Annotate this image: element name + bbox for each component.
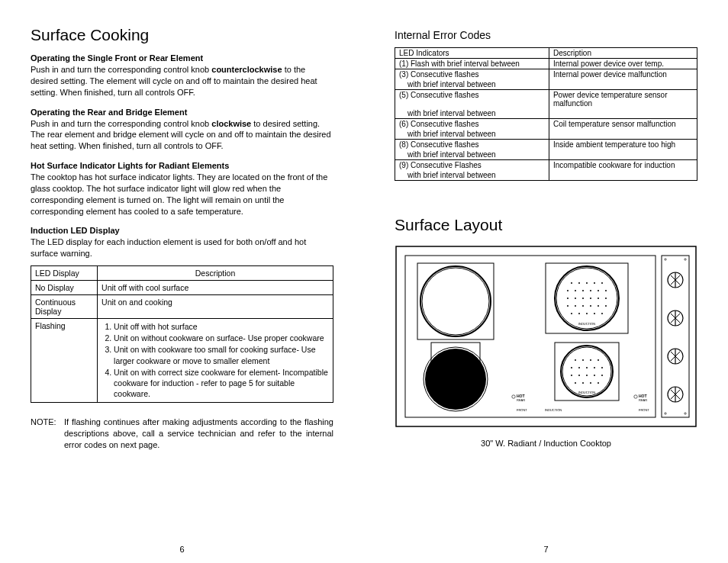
- svg-text:REAR: REAR: [517, 398, 525, 402]
- svg-point-11: [556, 268, 617, 329]
- para-bridge-element: Push in and turn the corresponding contr…: [31, 118, 333, 153]
- svg-point-49: [578, 367, 580, 368]
- svg-point-31: [582, 305, 584, 307]
- svg-point-7: [425, 349, 486, 410]
- svg-point-18: [575, 290, 576, 291]
- svg-point-22: [605, 290, 607, 291]
- subhead-bridge-element: Operating the Rear and Bridge Element: [31, 108, 333, 117]
- page-title: Surface Cooking: [31, 26, 333, 44]
- svg-point-55: [586, 375, 588, 376]
- svg-text:FRONT: FRONT: [517, 408, 527, 412]
- svg-point-27: [598, 298, 599, 299]
- svg-point-46: [590, 359, 591, 361]
- left-page: Surface Cooking Operating the Single Fro…: [0, 0, 364, 563]
- para-hot-surface: The cooktop has hot surface indicator li…: [31, 172, 333, 217]
- page-number-left: 6: [0, 545, 364, 554]
- svg-point-24: [575, 298, 576, 299]
- svg-point-32: [590, 305, 591, 307]
- svg-point-82: [665, 413, 666, 414]
- svg-point-66: [512, 395, 515, 398]
- svg-point-28: [605, 298, 607, 299]
- svg-point-42: [561, 346, 613, 397]
- para-single-element: Push in and turn the corresponding contr…: [31, 64, 333, 98]
- svg-point-70: [634, 395, 637, 398]
- error-codes-title: Internal Error Codes: [395, 29, 697, 41]
- diagram-caption: 30" W. Radiant / Induction Cooktop: [395, 439, 697, 448]
- note-text: If flashing continues after making adjus…: [64, 417, 333, 451]
- svg-point-12: [571, 282, 572, 284]
- svg-point-57: [601, 375, 603, 376]
- svg-text:INDUCTION: INDUCTION: [545, 408, 562, 412]
- svg-text:INDUCTION: INDUCTION: [578, 322, 595, 326]
- svg-point-20: [590, 290, 591, 291]
- svg-point-44: [575, 359, 576, 361]
- cooktop-diagram: INDUCTION INDUCTION HOT REAR FRONT HOT: [395, 245, 697, 448]
- td-flashing-desc: Unit off with hot surface Unit on withou…: [98, 319, 333, 403]
- svg-point-59: [582, 382, 584, 384]
- th-description: Description: [98, 266, 333, 281]
- td-continuous: Continuous Display: [31, 295, 98, 319]
- right-page: Internal Error Codes LED Indicators Desc…: [364, 0, 728, 563]
- svg-point-29: [567, 305, 569, 307]
- svg-point-5: [422, 268, 489, 335]
- svg-point-58: [575, 382, 576, 384]
- svg-point-80: [665, 259, 666, 260]
- svg-point-37: [586, 313, 588, 314]
- note-label: NOTE:: [31, 417, 64, 451]
- svg-point-26: [590, 298, 591, 299]
- svg-point-61: [598, 382, 599, 384]
- svg-point-50: [586, 367, 588, 368]
- td-continuous-desc: Unit on and cooking: [98, 295, 333, 319]
- svg-point-38: [594, 313, 595, 314]
- svg-point-60: [590, 382, 591, 384]
- svg-point-34: [605, 305, 607, 307]
- svg-point-14: [586, 282, 588, 284]
- subhead-single-element: Operating the Single Front or Rear Eleme…: [31, 53, 333, 63]
- note: NOTE: If flashing continues after making…: [31, 417, 333, 451]
- td-no-display-desc: Unit off with cool surface: [98, 281, 333, 295]
- surface-layout-title: Surface Layout: [395, 216, 697, 234]
- th-err-description: Description: [549, 48, 697, 59]
- svg-point-30: [575, 305, 576, 307]
- svg-point-23: [567, 298, 569, 299]
- svg-point-33: [598, 305, 599, 307]
- svg-point-35: [571, 313, 572, 314]
- svg-point-39: [601, 313, 603, 314]
- svg-point-81: [685, 259, 686, 260]
- svg-rect-3: [417, 263, 494, 339]
- svg-point-15: [594, 282, 595, 284]
- svg-point-10: [555, 266, 619, 330]
- svg-point-13: [578, 282, 580, 284]
- svg-text:FRONT: FRONT: [639, 408, 649, 412]
- svg-point-56: [594, 375, 595, 376]
- para-led: The LED display for each induction eleme…: [31, 236, 333, 259]
- svg-point-36: [578, 313, 580, 314]
- svg-point-21: [598, 290, 599, 291]
- th-led-indicators: LED Indicators: [395, 48, 549, 59]
- svg-point-47: [598, 359, 599, 361]
- subhead-led: Induction LED Display: [31, 226, 333, 235]
- page-number-right: 7: [364, 545, 728, 554]
- subhead-hot-surface: Hot Surface Indicator Lights for Radiant…: [31, 161, 333, 170]
- svg-point-43: [562, 347, 611, 396]
- led-display-table: LED Display Description No Display Unit …: [31, 265, 333, 403]
- svg-point-83: [685, 413, 686, 414]
- svg-point-45: [582, 359, 584, 361]
- svg-point-51: [594, 367, 595, 368]
- svg-point-52: [601, 367, 603, 368]
- svg-point-54: [578, 375, 580, 376]
- svg-point-53: [571, 375, 572, 376]
- td-no-display: No Display: [31, 281, 98, 295]
- svg-text:REAR: REAR: [639, 398, 647, 402]
- error-codes-table: LED Indicators Description (1) Flash wit…: [395, 47, 697, 181]
- th-led-display: LED Display: [31, 266, 98, 281]
- svg-point-25: [582, 298, 584, 299]
- td-flashing: Flashing: [31, 319, 98, 403]
- svg-point-4: [420, 266, 491, 336]
- svg-text:INDUCTION: INDUCTION: [578, 391, 595, 394]
- svg-point-48: [571, 367, 572, 368]
- svg-point-17: [567, 290, 569, 291]
- svg-point-16: [601, 282, 603, 284]
- svg-point-19: [582, 290, 584, 291]
